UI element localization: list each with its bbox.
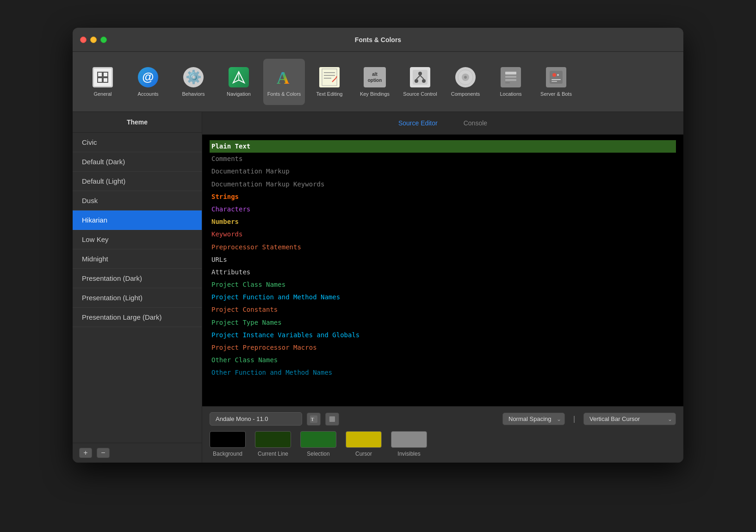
general-label: General: [93, 91, 112, 97]
behaviors-icon: ⚙️: [182, 66, 204, 88]
code-row-other-class-names: Other Class Names: [210, 354, 676, 366]
sidebar-item-presentation-dark[interactable]: Presentation (Dark): [73, 269, 202, 288]
add-theme-button[interactable]: +: [79, 448, 92, 458]
source-control-label: Source Control: [403, 91, 437, 97]
svg-text:T: T: [311, 417, 314, 422]
swatch-background[interactable]: Background: [210, 431, 246, 457]
tab-console[interactable]: Console: [460, 118, 491, 129]
minimize-button[interactable]: [90, 37, 97, 43]
key-bindings-label: Key Bindings: [360, 91, 390, 97]
code-row-project-constants: Project Constants: [210, 303, 676, 316]
sidebar-item-hikarian[interactable]: Hikarian: [73, 210, 202, 230]
toolbar-item-text-editing[interactable]: Text Editing: [309, 59, 350, 105]
locations-icon: [500, 66, 522, 88]
sidebar-item-default-light[interactable]: Default (Light): [73, 172, 202, 191]
color-swatches: Background Current Line Selection Cursor: [210, 431, 676, 457]
sidebar-item-low-key[interactable]: Low Key: [73, 230, 202, 249]
cursor-select-wrapper: Vertical Bar Cursor Block Cursor Undersc…: [583, 413, 676, 425]
sidebar-footer: + −: [73, 443, 202, 463]
titlebar: Fonts & Colors: [73, 28, 683, 52]
tab-source-editor[interactable]: Source Editor: [395, 118, 441, 129]
swatch-cursor[interactable]: Cursor: [346, 431, 382, 457]
swatch-selection[interactable]: Selection: [300, 431, 336, 457]
accounts-label: Accounts: [137, 91, 158, 97]
svg-rect-7: [322, 69, 337, 86]
invisibles-swatch: [391, 431, 427, 448]
svg-point-29: [557, 74, 559, 76]
svg-rect-2: [98, 78, 102, 82]
toolbar-item-general[interactable]: General: [82, 59, 124, 105]
toolbar-item-source-control[interactable]: Source Control: [399, 59, 441, 105]
svg-point-21: [464, 76, 467, 79]
current-line-label: Current Line: [258, 451, 288, 457]
right-panel: Source Editor Console Plain Text Comment…: [202, 112, 683, 463]
spacing-select[interactable]: Normal Spacing Tight Spacing Wide Spacin…: [502, 413, 565, 425]
svg-rect-25: [505, 79, 516, 81]
code-row-other-function: Other Function and Method Names: [210, 366, 676, 379]
svg-rect-30: [552, 79, 561, 80]
main-content: Theme Civic Default (Dark) Default (Ligh…: [73, 112, 683, 463]
components-icon: [454, 66, 477, 88]
sidebar-item-civic[interactable]: Civic: [73, 133, 202, 152]
sidebar-item-default-dark[interactable]: Default (Dark): [73, 152, 202, 172]
code-row-keywords: Keywords: [210, 228, 676, 241]
maximize-button[interactable]: [100, 37, 107, 43]
code-row-urls: URLs: [210, 254, 676, 266]
font-input[interactable]: [210, 412, 302, 426]
code-row-attributes: Attributes: [210, 266, 676, 278]
code-row-strings: Strings: [210, 191, 676, 203]
bottom-controls: T Normal Spacing Tight Spacing Wide Spac…: [202, 406, 683, 463]
code-row-comments: Comments: [210, 153, 676, 165]
cursor-swatch: [346, 431, 382, 448]
svg-point-15: [415, 79, 418, 83]
cursor-select[interactable]: Vertical Bar Cursor Block Cursor Undersc…: [583, 413, 676, 425]
sidebar-item-presentation-light[interactable]: Presentation (Light): [73, 288, 202, 308]
close-button[interactable]: [80, 37, 87, 43]
svg-rect-23: [505, 72, 516, 74]
remove-theme-button[interactable]: −: [97, 448, 110, 458]
server-bots-icon: [545, 66, 567, 88]
swatch-current-line[interactable]: Current Line: [255, 431, 291, 457]
components-label: Components: [451, 91, 480, 97]
accounts-icon: @: [137, 66, 159, 88]
svg-text:A: A: [277, 68, 290, 87]
toolbar-item-components[interactable]: Components: [445, 59, 486, 105]
sidebar-header: Theme: [73, 112, 202, 133]
svg-rect-31: [552, 81, 557, 82]
background-swatch: [210, 431, 246, 448]
toolbar-item-accounts[interactable]: @ Accounts: [127, 59, 169, 105]
sidebar-item-midnight[interactable]: Midnight: [73, 249, 202, 269]
spacing-select-wrapper: Normal Spacing Tight Spacing Wide Spacin…: [502, 413, 565, 425]
sidebar-item-dusk[interactable]: Dusk: [73, 191, 202, 210]
toolbar-item-fonts-colors[interactable]: A Fonts & Colors: [263, 59, 305, 105]
text-editing-icon: [318, 66, 341, 88]
code-row-doc-markup-keywords: Documentation Markup Keywords: [210, 178, 676, 191]
toolbar: General @ Accounts ⚙️ Behaviors: [73, 52, 683, 112]
font-picker-button[interactable]: T: [307, 413, 321, 426]
theme-list: Civic Default (Dark) Default (Light) Dus…: [73, 133, 202, 443]
sidebar-item-presentation-large-dark[interactable]: Presentation Large (Dark): [73, 308, 202, 327]
locations-label: Locations: [500, 91, 521, 97]
behaviors-label: Behaviors: [182, 91, 205, 97]
navigation-icon: [228, 66, 250, 88]
selection-label: Selection: [307, 451, 329, 457]
svg-rect-0: [98, 72, 102, 77]
font-color-button[interactable]: [325, 413, 339, 426]
toolbar-item-server-bots[interactable]: Server & Bots: [535, 59, 577, 105]
swatch-invisibles[interactable]: Invisibles: [391, 431, 427, 457]
toolbar-item-locations[interactable]: Locations: [490, 59, 532, 105]
cursor-label: Cursor: [355, 451, 372, 457]
font-row: T Normal Spacing Tight Spacing Wide Spac…: [210, 412, 676, 426]
toolbar-item-key-bindings[interactable]: alt option Key Bindings: [354, 59, 396, 105]
selection-swatch: [300, 431, 336, 448]
code-row-project-type-names: Project Type Names: [210, 316, 676, 329]
navigation-label: Navigation: [227, 91, 251, 97]
code-preview[interactable]: Plain Text Comments Documentation Markup…: [202, 135, 683, 406]
toolbar-item-navigation[interactable]: Navigation: [218, 59, 260, 105]
code-row-project-function: Project Function and Method Names: [210, 291, 676, 303]
fonts-colors-icon: A: [273, 66, 295, 88]
background-label: Background: [213, 451, 242, 457]
toolbar-item-behaviors[interactable]: ⚙️ Behaviors: [173, 59, 214, 105]
code-row-plain-text: Plain Text: [210, 140, 676, 153]
code-row-project-class-names: Project Class Names: [210, 278, 676, 291]
